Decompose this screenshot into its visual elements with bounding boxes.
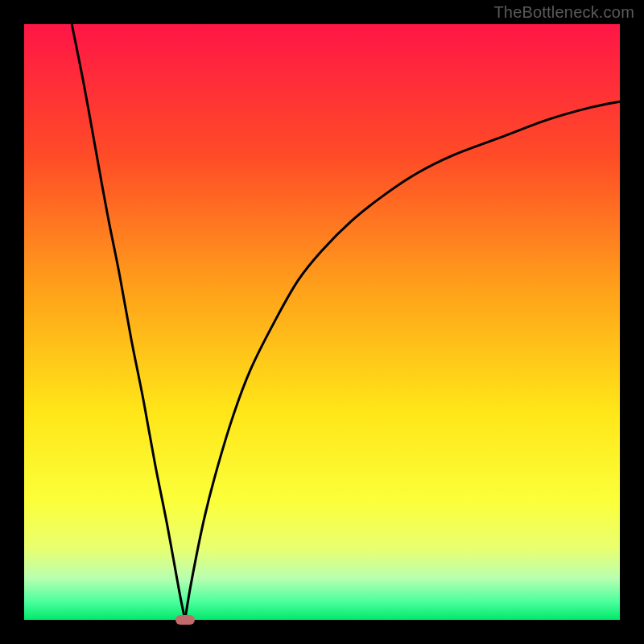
chart-frame: TheBottleneck.com: [0, 0, 644, 644]
optimal-point-marker: [175, 615, 195, 625]
watermark-text: TheBottleneck.com: [493, 3, 634, 22]
bottleneck-curve: [24, 24, 620, 620]
plot-area: [24, 24, 620, 620]
